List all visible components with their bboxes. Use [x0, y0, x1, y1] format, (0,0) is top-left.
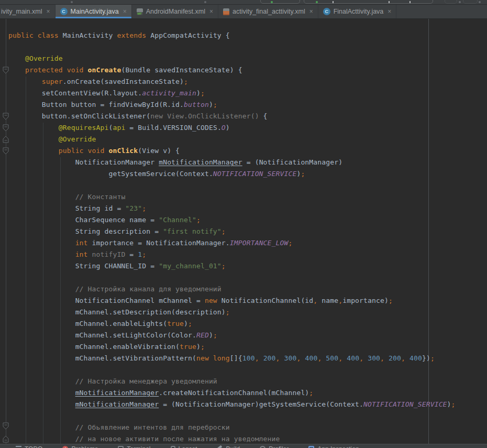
tab-MainActivity.java[interactable]: CMainActivity.java×	[56, 5, 132, 18]
close-icon[interactable]: ×	[123, 8, 127, 15]
code-line-26: mChannel.enableLights(true);	[8, 318, 487, 330]
code-line-19: int importance = NotificationManager.IMP…	[8, 237, 487, 249]
code-line-21: String CHANNEL_ID = "my_channel_01";	[8, 260, 487, 272]
code-line-22	[8, 272, 487, 283]
tab-AndroidManifest.xml[interactable]: MFAndroidManifest.xml×	[132, 5, 218, 18]
tab-label: FinalActtivity.java	[334, 8, 384, 15]
code-line-32: mNotificationManager.createNotificationC…	[8, 387, 487, 399]
toolwindow-label: Logcat	[179, 445, 197, 448]
code-line-23: // Настройка канала для уведомлений	[8, 283, 487, 295]
close-icon[interactable]: ×	[309, 8, 313, 15]
logcat-icon	[171, 446, 175, 448]
close-icon[interactable]: ×	[47, 8, 50, 15]
code-line-4: protected void onCreate(Bundle savedInst…	[8, 64, 487, 76]
run-status-dot-icon	[271, 1, 273, 3]
tab-FinalActtivity.java[interactable]: CFinalActtivity.java×	[318, 5, 397, 18]
java-class-icon: C	[323, 8, 330, 15]
code-line-14	[8, 180, 487, 191]
toolbar-tick-icon	[389, 1, 390, 3]
layout-xml-icon	[223, 8, 229, 15]
device-selector-group[interactable]	[304, 0, 433, 4]
toolwindow-logcat[interactable]: Logcat	[171, 445, 197, 448]
todo-icon	[16, 446, 21, 448]
tab-ivity_main.xml[interactable]: ivity_main.xml×	[0, 5, 56, 18]
code-line-24: NotificationChannel mChannel = new Notif…	[8, 295, 487, 307]
tab-activity_final_acttivity.xml[interactable]: activity_final_acttivity.xml×	[218, 5, 318, 18]
profiler-icon	[260, 446, 265, 448]
code-line-12: NotificationManager mNotificationManager…	[8, 157, 487, 168]
app-inspection-icon	[308, 446, 314, 448]
code-line-15: // Константы	[8, 191, 487, 203]
toolwindow-terminal[interactable]: Terminal	[118, 445, 150, 448]
toolbar-button-group[interactable]	[463, 0, 478, 4]
tab-label: ivity_main.xml	[1, 8, 42, 15]
code-line-7: Button button = findViewById(R.id.button…	[8, 99, 487, 111]
toolwindow-build[interactable]: Build	[217, 445, 240, 448]
problems-icon: !	[62, 446, 68, 448]
toolwindow-label: Terminal	[127, 445, 150, 448]
code-line-27: mChannel.setLightColor(Color.RED);	[8, 330, 487, 341]
toolbar-dot-icon	[71, 1, 73, 3]
tool-window-bar: TODO!ProblemsTerminalLogcatBuildProfiler…	[0, 444, 487, 448]
manifest-icon: MF	[137, 8, 143, 15]
code-line-36: // на новое активити после нажатия на ув…	[8, 433, 487, 445]
java-class-icon: C	[60, 8, 68, 15]
toolwindow-label: Profiler	[269, 445, 289, 448]
code-line-28: mChannel.enableVibration(true);	[8, 341, 487, 353]
toolwindow-label: Problems	[71, 445, 98, 448]
toolbar-button-group[interactable]	[445, 0, 457, 4]
tab-bar: ivity_main.xml×CMainActivity.java×MFAndr…	[0, 5, 487, 19]
toolwindow-app-inspection[interactable]: App Inspection	[308, 445, 359, 448]
toolbar-tick-icon	[333, 1, 334, 3]
main-toolbar	[0, 0, 487, 5]
ide-window: ivity_main.xml×CMainActivity.java×MFAndr…	[0, 0, 487, 448]
code-line-20: int notifyID = 1;	[8, 249, 487, 260]
code-line-6: setContentView(R.layout.activity_main);	[8, 88, 487, 99]
toolbar-dot-icon	[459, 1, 461, 3]
code-line-31: // Настройка менеджера уведомлений	[8, 376, 487, 387]
fold-up-icon[interactable]	[3, 136, 9, 143]
code-area[interactable]: public class MainActivity extends AppCom…	[0, 19, 487, 445]
code-line-5: super.onCreate(savedInstanceState);	[8, 76, 487, 88]
close-icon[interactable]: ×	[209, 8, 213, 15]
terminal-icon	[118, 446, 124, 448]
code-line-16: String id = "23";	[8, 203, 487, 214]
code-line-13: getSystemService(Context.NOTIFICATION_SE…	[8, 168, 487, 180]
toolwindow-label: App Inspection	[317, 445, 359, 448]
toolbar-dot-icon	[479, 1, 481, 3]
toolbar-dot-icon	[204, 1, 206, 3]
code-line-10: @Override	[8, 134, 487, 145]
toolwindow-problems[interactable]: !Problems	[62, 445, 98, 448]
code-line-18: String description = "first notify";	[8, 226, 487, 237]
tab-label: activity_final_acttivity.xml	[233, 8, 305, 15]
tab-label: AndroidManifest.xml	[146, 8, 205, 15]
fold-down-icon[interactable]	[3, 124, 9, 132]
fold-down-icon[interactable]	[3, 113, 9, 120]
code-line-2	[8, 41, 487, 53]
code-line-29: mChannel.setVibrationPattern(new long[]{…	[8, 353, 487, 364]
build-icon	[217, 446, 223, 448]
code-line-17: CharSequence name = "Channel";	[8, 214, 487, 226]
code-line-35: // Обьявление интентов для переброски	[8, 422, 487, 433]
code-line-30	[8, 364, 487, 376]
tab-label: MainActivity.java	[71, 8, 119, 15]
code-line-11: public void onClick(View v) {	[8, 145, 487, 157]
close-icon[interactable]: ×	[388, 8, 391, 15]
toolbar-tick-icon	[409, 1, 411, 3]
toolwindow-todo[interactable]: TODO	[16, 445, 42, 448]
fold-down-icon[interactable]	[3, 147, 9, 155]
fold-down-icon[interactable]	[3, 422, 9, 430]
code-line-1: public class MainActivity extends AppCom…	[8, 30, 487, 41]
code-line-25: mChannel.setDescription(description);	[8, 307, 487, 318]
code-line-33: mNotificationManager = (NotificationMana…	[8, 399, 487, 410]
code-editor[interactable]: public class MainActivity extends AppCom…	[0, 19, 487, 448]
toolwindow-label: Build	[226, 445, 240, 448]
toolwindow-profiler[interactable]: Profiler	[260, 445, 289, 448]
code-line-3: @Override	[8, 53, 487, 64]
run-config-group[interactable]	[260, 0, 300, 4]
fold-down-icon[interactable]	[3, 67, 9, 74]
code-line-8: button.setOnClickListener(new View.OnCli…	[8, 111, 487, 122]
device-status-dot-icon	[316, 1, 318, 3]
code-line-9: @RequiresApi(api = Build.VERSION_CODES.O…	[8, 122, 487, 134]
fold-up-icon[interactable]	[3, 435, 9, 443]
